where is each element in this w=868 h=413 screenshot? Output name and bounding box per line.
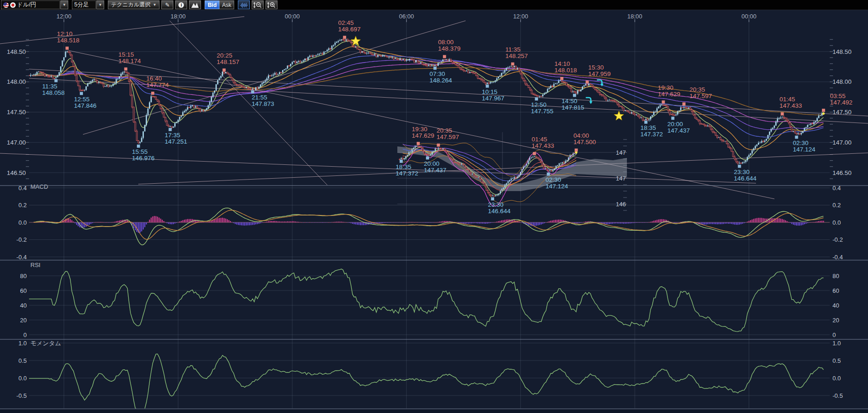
ask-button[interactable]: Ask (219, 0, 234, 9)
swing-low-marker (486, 85, 489, 88)
svg-text:148.50: 148.50 (7, 48, 26, 55)
swing-high-marker (65, 47, 69, 50)
timeframe-selector[interactable]: 5分足 (72, 0, 96, 9)
svg-text:147.437: 147.437 (667, 127, 690, 134)
svg-text:20: 20 (20, 317, 27, 324)
swing-low-marker (400, 160, 403, 163)
svg-text:23:30: 23:30 (734, 169, 750, 175)
svg-text:0.5: 0.5 (833, 357, 841, 364)
svg-text:20:25: 20:25 (217, 52, 232, 59)
svg-text:-0.5: -0.5 (833, 392, 843, 399)
toolbar: ドル/円 ▼ 5分足 ▼ テクニカル選択 ▼ ✎ i Bid As (0, 0, 868, 10)
svg-text:01:45: 01:45 (779, 96, 795, 103)
chart-canvas[interactable]: 12:0018:0000:0006:0012:0018:0000:00148.5… (0, 10, 868, 413)
svg-text:147.967: 147.967 (482, 95, 504, 102)
swing-low-marker (426, 157, 429, 160)
svg-text:147: 147 (616, 149, 626, 156)
svg-text:146.644: 146.644 (734, 175, 756, 182)
svg-text:147.492: 147.492 (830, 99, 852, 106)
info-icon: i (178, 2, 184, 8)
swing-high-marker (223, 69, 226, 72)
svg-text:147.597: 147.597 (437, 134, 459, 140)
curved-arrow-icon (586, 98, 591, 102)
svg-text:20: 20 (833, 317, 839, 324)
svg-text:147.597: 147.597 (690, 93, 712, 99)
svg-text:03:55: 03:55 (830, 93, 845, 99)
candles (29, 38, 825, 165)
svg-text:147.372: 147.372 (396, 170, 418, 177)
svg-text:147.959: 147.959 (588, 70, 611, 77)
svg-text:40: 40 (833, 302, 839, 309)
main-plot (29, 38, 825, 165)
zoom-out-button[interactable] (252, 0, 264, 9)
swing-high-marker (511, 63, 514, 66)
macd-panel: 0.40.40.20.20.00.0-0.2-0.2-0.4-0.4MACD (17, 183, 843, 261)
swing-high-marker (682, 102, 685, 105)
svg-text:01:45: 01:45 (531, 136, 547, 143)
swing-high-marker (443, 55, 446, 58)
rsi-panel: 808060604040202000RSI (20, 262, 839, 338)
currency-pair-label: ドル/円 (17, 1, 36, 9)
svg-text:147.124: 147.124 (793, 146, 815, 153)
draw-line-button[interactable]: ✎ (161, 0, 173, 9)
swing-low-marker (433, 67, 437, 70)
vertical-gridlines (64, 14, 749, 408)
tick-chart-button[interactable] (238, 0, 250, 9)
swing-low-marker (547, 173, 550, 176)
svg-text:147.50: 147.50 (7, 109, 26, 116)
svg-text:17:35: 17:35 (165, 132, 180, 139)
svg-text:148.00: 148.00 (833, 78, 851, 85)
swing-low-marker (137, 145, 140, 148)
svg-text:0.0: 0.0 (833, 219, 841, 226)
inset-zoom-window[interactable]: 14714714618:35147.37219:30147.62920:0014… (396, 126, 627, 215)
svg-text:146.50: 146.50 (7, 169, 26, 176)
svg-text:15:15: 15:15 (118, 51, 134, 58)
macd-panel-label: MACD (30, 183, 48, 190)
chart-type-button[interactable] (189, 0, 201, 9)
currency-pair-selector[interactable]: ドル/円 (1, 0, 60, 9)
svg-text:60: 60 (20, 287, 27, 294)
info-button[interactable]: i (175, 0, 187, 9)
svg-text:1.0: 1.0 (833, 340, 841, 347)
waveform-icon (240, 2, 248, 8)
trading-app-window: ドル/円 ▼ 5分足 ▼ テクニカル選択 ▼ ✎ i Bid As (0, 0, 868, 413)
svg-text:0.2: 0.2 (18, 202, 27, 209)
swing-low-marker (80, 92, 83, 95)
svg-text:-0.4: -0.4 (17, 254, 27, 261)
svg-text:20:35: 20:35 (437, 127, 452, 134)
svg-text:148.379: 148.379 (438, 45, 461, 52)
bid-button[interactable]: Bid (205, 0, 219, 9)
technical-select-button[interactable]: テクニカル選択 ▼ (108, 0, 159, 9)
svg-text:148.518: 148.518 (57, 37, 80, 44)
svg-text:146: 146 (616, 201, 626, 208)
svg-text:07:30: 07:30 (430, 70, 445, 77)
svg-text:16:40: 16:40 (146, 75, 162, 82)
svg-text:11:35: 11:35 (42, 83, 57, 90)
svg-text:06:00: 06:00 (399, 13, 414, 20)
svg-text:147.00: 147.00 (833, 139, 851, 146)
svg-text:19:30: 19:30 (658, 84, 673, 91)
mountain-chart-icon (191, 2, 199, 8)
currency-pair-dropdown-button[interactable]: ▼ (60, 0, 68, 9)
swing-low-marker (644, 121, 648, 124)
swing-high-marker (781, 112, 784, 116)
panel-separators (0, 186, 868, 413)
svg-text:147.774: 147.774 (146, 81, 169, 88)
zoom-in-button[interactable] (266, 0, 278, 9)
swing-low-marker (573, 94, 576, 97)
svg-text:147.815: 147.815 (561, 104, 584, 111)
timeframe-dropdown-button[interactable]: ▼ (96, 0, 104, 9)
swing-high-marker (151, 92, 154, 95)
svg-text:148.174: 148.174 (118, 58, 141, 64)
svg-text:147.251: 147.251 (165, 138, 187, 145)
swing-low-marker (795, 136, 798, 139)
svg-text:12:00: 12:00 (513, 13, 528, 20)
svg-text:147.433: 147.433 (531, 142, 554, 149)
svg-text:80: 80 (833, 273, 839, 279)
svg-text:147.873: 147.873 (252, 100, 274, 107)
swing-high-marker (533, 152, 536, 155)
svg-text:-0.2: -0.2 (833, 236, 843, 243)
bid-label: Bid (208, 2, 217, 8)
svg-text:80: 80 (20, 273, 27, 279)
svg-text:147.629: 147.629 (412, 132, 434, 139)
